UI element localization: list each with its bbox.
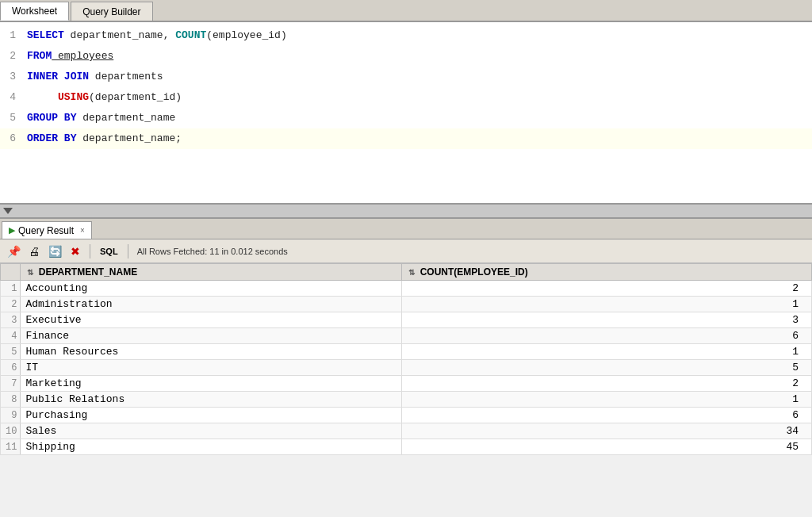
count-value: 2 <box>402 376 812 392</box>
tab-query-builder[interactable]: Query Builder <box>71 2 152 21</box>
toolbar-separator-2 <box>128 244 128 258</box>
col-dept-label: DEPARTMENT_NAME <box>39 266 137 278</box>
row-number: 1 <box>1 281 21 297</box>
sql-line-3: 3INNER JOIN departments <box>0 67 812 87</box>
col-header-dept[interactable]: ⇅ DEPARTMENT_NAME <box>21 264 402 281</box>
line-number: 5 <box>0 108 22 128</box>
result-panel: ▶ Query Result × 📌 🖨 🔄 ✖ SQL All Rows Fe… <box>0 219 812 455</box>
sql-lines-container: 1SELECT department_name, COUNT(employee_… <box>0 22 812 152</box>
resize-arrow-icon <box>3 208 13 214</box>
row-number: 6 <box>1 360 21 376</box>
dept-name: Human Resources <box>21 344 402 360</box>
resize-handle[interactable] <box>0 203 812 219</box>
main-tab-bar: Worksheet Query Builder <box>0 0 812 22</box>
line-content: INNER JOIN departments <box>22 67 163 87</box>
dept-name: Marketing <box>21 376 402 392</box>
tab-worksheet[interactable]: Worksheet <box>0 2 69 21</box>
refresh-button[interactable]: 🔄 <box>46 243 63 260</box>
table-row: 4Finance6 <box>1 328 812 344</box>
row-number: 4 <box>1 328 21 344</box>
status-text: All Rows Fetched: 11 in 0.012 seconds <box>137 247 288 256</box>
error-button[interactable]: ✖ <box>67 243 84 260</box>
play-icon: ▶ <box>9 225 15 236</box>
table-row: 10Sales34 <box>1 423 812 439</box>
tab-query-builder-label: Query Builder <box>82 6 140 17</box>
sort-icon-count: ⇅ <box>408 268 415 277</box>
count-value: 2 <box>402 281 812 297</box>
row-number: 9 <box>1 408 21 423</box>
table-row: 1Accounting2 <box>1 281 812 297</box>
line-number: 2 <box>0 46 22 67</box>
row-number: 2 <box>1 297 21 312</box>
table-row: 6IT5 <box>1 360 812 376</box>
line-content: GROUP BY department_name <box>22 108 175 128</box>
line-number: 1 <box>0 25 22 46</box>
result-table-wrap[interactable]: ⇅ DEPARTMENT_NAME ⇅ COUNT(EMPLOYEE_ID) 1… <box>0 263 812 455</box>
dept-name: Purchasing <box>21 408 402 423</box>
result-tab[interactable]: ▶ Query Result × <box>2 221 92 239</box>
table-row: 9Purchasing6 <box>1 408 812 423</box>
toolbar-separator <box>90 244 90 258</box>
dept-name: Finance <box>21 328 402 344</box>
count-value: 6 <box>402 408 812 423</box>
dept-name: Sales <box>21 423 402 439</box>
dept-name: Public Relations <box>21 392 402 408</box>
count-value: 1 <box>402 392 812 408</box>
result-table: ⇅ DEPARTMENT_NAME ⇅ COUNT(EMPLOYEE_ID) 1… <box>0 263 812 455</box>
sql-editor[interactable]: 1SELECT department_name, COUNT(employee_… <box>0 22 812 203</box>
col-count-label: COUNT(EMPLOYEE_ID) <box>420 266 528 278</box>
count-value: 1 <box>402 297 812 312</box>
sql-line-2: 2FROM employees <box>0 46 812 67</box>
result-toolbar: 📌 🖨 🔄 ✖ SQL All Rows Fetched: 11 in 0.01… <box>0 239 812 263</box>
row-number: 7 <box>1 376 21 392</box>
count-value: 3 <box>402 312 812 328</box>
table-row: 5Human Resources1 <box>1 344 812 360</box>
sql-line-5: 5GROUP BY department_name <box>0 108 812 128</box>
tab-worksheet-label: Worksheet <box>12 6 57 17</box>
row-number: 3 <box>1 312 21 328</box>
dept-name: Shipping <box>21 439 402 455</box>
close-icon[interactable]: × <box>80 226 85 235</box>
dept-name: IT <box>21 360 402 376</box>
line-content: FROM employees <box>22 46 113 67</box>
result-tab-label: Query Result <box>18 225 74 236</box>
dept-name: Executive <box>21 312 402 328</box>
pin-button[interactable]: 📌 <box>5 243 22 260</box>
line-content: ORDER BY department_name; <box>22 128 182 149</box>
count-value: 1 <box>402 344 812 360</box>
dept-name: Administration <box>21 297 402 312</box>
table-row: 2Administration1 <box>1 297 812 312</box>
row-number: 5 <box>1 344 21 360</box>
sql-line-6: 6ORDER BY department_name; <box>0 128 812 149</box>
count-value: 34 <box>402 423 812 439</box>
result-tbody: 1Accounting22Administration13Executive34… <box>1 281 812 455</box>
table-row: 11Shipping45 <box>1 439 812 455</box>
result-tab-bar: ▶ Query Result × <box>0 219 812 239</box>
table-row: 3Executive3 <box>1 312 812 328</box>
table-row: 7Marketing2 <box>1 376 812 392</box>
row-num-header <box>1 264 21 281</box>
sort-icon-dept: ⇅ <box>27 268 33 277</box>
row-number: 8 <box>1 392 21 408</box>
sql-button[interactable]: SQL <box>96 243 122 260</box>
count-value: 6 <box>402 328 812 344</box>
table-row: 8Public Relations1 <box>1 392 812 408</box>
count-value: 45 <box>402 439 812 455</box>
line-content: USING(department_id) <box>22 87 182 108</box>
row-number: 11 <box>1 439 21 455</box>
export-button[interactable]: 🖨 <box>25 243 43 260</box>
line-number: 4 <box>0 87 22 108</box>
line-number: 3 <box>0 67 22 87</box>
col-header-count[interactable]: ⇅ COUNT(EMPLOYEE_ID) <box>402 264 812 281</box>
sql-line-1: 1SELECT department_name, COUNT(employee_… <box>0 25 812 46</box>
dept-name: Accounting <box>21 281 402 297</box>
row-number: 10 <box>1 423 21 439</box>
count-value: 5 <box>402 360 812 376</box>
line-content: SELECT department_name, COUNT(employee_i… <box>22 25 287 46</box>
line-number: 6 <box>0 128 22 149</box>
sql-line-4: 4 USING(department_id) <box>0 87 812 108</box>
